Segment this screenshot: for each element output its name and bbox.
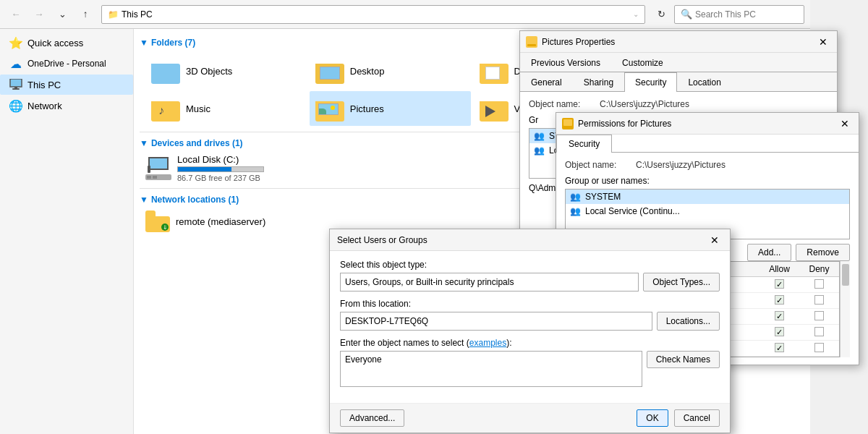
- ok-button[interactable]: OK: [637, 409, 668, 427]
- address-arrow: ⌄: [633, 10, 639, 18]
- pictures-tabs-row1: Previous Versions Customize: [520, 53, 837, 72]
- computer-icon: [9, 77, 23, 92]
- perms-object-name-label: Object name:: [565, 160, 630, 170]
- sidebar: ⭐ Quick access ☁ OneDrive - Personal Thi…: [0, 29, 134, 434]
- search-input[interactable]: [695, 9, 798, 20]
- address-path: This PC: [122, 9, 153, 20]
- devices-header-label: Devices and drives (1): [151, 138, 243, 148]
- sidebar-item-this-pc[interactable]: This PC: [0, 75, 133, 95]
- object-name-row: Object name: C:\Users\juzzy\Pictures: [529, 99, 828, 109]
- perms-tab-bar: Security: [556, 135, 859, 153]
- cancel-button[interactable]: Cancel: [674, 409, 720, 427]
- address-breadcrumb: 📁: [108, 9, 119, 20]
- perm2-read-allow[interactable]: ✓: [775, 343, 784, 352]
- perms-title-text: Permissions for Pictures: [562, 118, 671, 129]
- svg-rect-4: [527, 44, 536, 46]
- folder-pictures-icon: [315, 95, 344, 122]
- sidebar-label-quick-access: Quick access: [27, 38, 83, 48]
- tab-customize[interactable]: Customize: [611, 53, 674, 72]
- perms-user-row-system[interactable]: 👥 SYSTEM: [566, 190, 849, 204]
- perm2-modify-deny[interactable]: [814, 295, 824, 305]
- perm2-modify-allow[interactable]: ✓: [775, 295, 784, 305]
- tab-sharing[interactable]: Sharing: [573, 72, 624, 92]
- object-types-button[interactable]: Object Types...: [643, 273, 720, 292]
- search-bar: 🔍: [674, 5, 804, 24]
- perm2-read-deny[interactable]: [814, 343, 824, 352]
- perms-tab-security[interactable]: Security: [556, 135, 612, 153]
- sidebar-item-network[interactable]: 🌐 Network: [0, 95, 133, 116]
- select-footer: Advanced... OK Cancel: [330, 403, 730, 433]
- object-type-input[interactable]: [340, 273, 639, 292]
- locations-button[interactable]: Locations...: [657, 312, 720, 331]
- tab-location[interactable]: Location: [677, 72, 731, 92]
- location-input[interactable]: [340, 312, 652, 331]
- names-suffix: ):: [506, 338, 511, 348]
- folder-3d-objects[interactable]: 3D Objects: [145, 54, 307, 88]
- refresh-button[interactable]: ↻: [651, 4, 671, 25]
- perms-title-icon: [562, 118, 574, 129]
- up-button[interactable]: ↑: [75, 4, 95, 25]
- folder-videos-icon: [480, 95, 509, 122]
- search-icon: 🔍: [681, 9, 692, 20]
- select-users-body: Select this object type: Object Types...…: [330, 251, 730, 403]
- perms-close-button[interactable]: ✕: [837, 116, 853, 132]
- perms-titlebar: Permissions for Pictures ✕: [556, 113, 859, 135]
- drive-bar-container: [177, 166, 264, 172]
- advanced-button[interactable]: Advanced...: [340, 409, 404, 427]
- tab-previous-versions[interactable]: Previous Versions: [520, 53, 611, 72]
- folder-music[interactable]: ♪ Music: [145, 91, 307, 126]
- examples-link[interactable]: examples: [469, 338, 506, 348]
- pictures-properties-close-button[interactable]: ✕: [815, 34, 831, 50]
- pictures-title-icon: [526, 36, 537, 48]
- perm2-readexec-allow[interactable]: ✓: [775, 311, 784, 320]
- perms-scrollbar[interactable]: [840, 261, 850, 357]
- toolbar: ← → ⌄ ↑ 📁 This PC ⌄ ↻ 🔍: [0, 0, 810, 29]
- tab-general[interactable]: General: [520, 72, 573, 92]
- network-folder-icon: ⇓: [145, 210, 170, 232]
- perms-th-deny: Deny: [799, 262, 839, 276]
- perms-remove-button[interactable]: Remove: [796, 244, 850, 261]
- user-icon-local: 👥: [534, 145, 545, 156]
- chevron-down-icon-3: ▼: [140, 195, 148, 205]
- object-type-label: Select this object type:: [340, 260, 720, 270]
- names-textarea[interactable]: Everyone: [340, 351, 642, 387]
- check-names-button[interactable]: Check Names: [647, 351, 720, 368]
- perms-user-row-local[interactable]: 👥 Local Service (Continu...: [566, 204, 849, 218]
- folder-music-icon: ♪: [151, 95, 180, 122]
- back-button[interactable]: ←: [6, 4, 26, 25]
- forward-button[interactable]: →: [29, 4, 49, 25]
- perm2-full-deny[interactable]: [814, 279, 824, 289]
- select-users-dialog: Select Users or Groups ✕ Select this obj…: [329, 229, 731, 433]
- select-users-close-button[interactable]: ✕: [707, 232, 723, 248]
- sidebar-label-onedrive: OneDrive - Personal: [27, 59, 106, 69]
- sidebar-item-quick-access[interactable]: ⭐ Quick access: [0, 33, 133, 53]
- footer-left: Advanced...: [340, 409, 404, 427]
- perm2-readexec-deny[interactable]: [814, 311, 824, 320]
- perm2-list-deny[interactable]: [814, 327, 824, 336]
- user-icon-system: 👥: [534, 131, 545, 141]
- perms-add-button[interactable]: Add...: [747, 244, 791, 261]
- pictures-properties-title-text: Pictures Properties: [526, 36, 615, 48]
- perms-user-name-local: Local Service (Continu...: [585, 206, 680, 216]
- svg-rect-0: [10, 79, 22, 87]
- scrollbar-thumb: [842, 264, 849, 286]
- recent-button[interactable]: ⌄: [52, 4, 72, 25]
- address-bar[interactable]: 📁 This PC ⌄: [101, 5, 645, 24]
- sidebar-label-network: Network: [27, 101, 62, 111]
- perms-user-name-system: SYSTEM: [585, 192, 621, 202]
- tab-security[interactable]: Security: [624, 72, 677, 92]
- folder-desktop[interactable]: Desktop: [310, 54, 471, 88]
- perm2-full-allow[interactable]: ✓: [775, 279, 784, 289]
- pictures-tabs-row2: General Sharing Security Location: [520, 72, 837, 92]
- location-row: Locations...: [340, 312, 720, 331]
- drive-icon: [145, 157, 171, 180]
- object-name-label: Object name:: [529, 99, 594, 109]
- svg-rect-1: [14, 87, 17, 88]
- perm2-list-allow[interactable]: ✓: [775, 327, 784, 336]
- perms-object-name-row: Object name: C:\Users\juzzy\Pictures: [565, 160, 850, 170]
- star-icon: ⭐: [9, 35, 23, 50]
- sidebar-item-onedrive[interactable]: ☁ OneDrive - Personal: [0, 54, 133, 74]
- perms-user-icon-local: 👥: [570, 206, 581, 216]
- folder-pictures[interactable]: Pictures: [310, 91, 471, 126]
- pictures-properties-title: Pictures Properties: [542, 37, 615, 47]
